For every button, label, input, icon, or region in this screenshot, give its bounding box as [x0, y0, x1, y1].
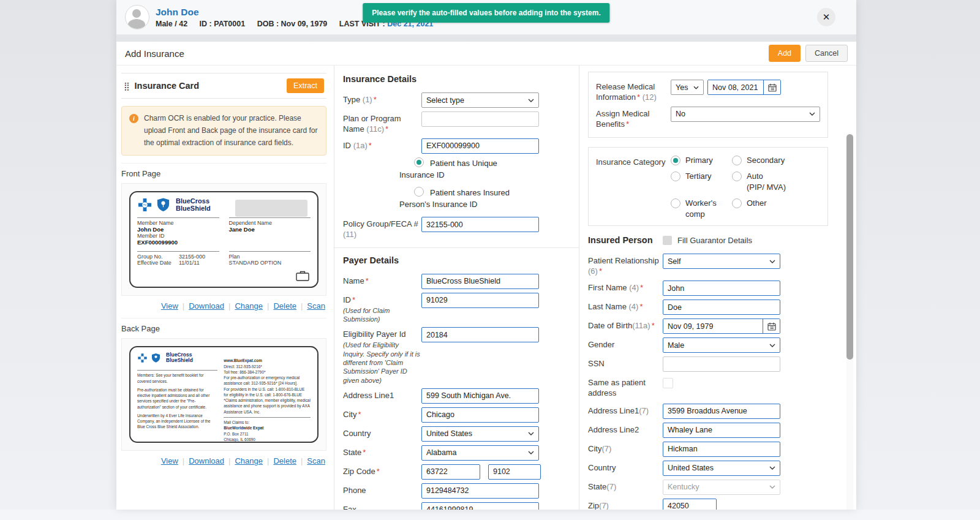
download-link[interactable]: Download	[189, 301, 224, 311]
payer-country-row: Country United States	[343, 426, 570, 442]
category-workers-comp[interactable]: Worker's comp	[671, 198, 732, 219]
insured-address2-input[interactable]	[663, 423, 780, 438]
payer-fax-row: Fax	[343, 502, 570, 510]
policy-group-input[interactable]	[421, 217, 539, 232]
relationship-row: Patient Relationship (6)* Self	[588, 254, 828, 277]
insured-zip-input[interactable]	[663, 499, 717, 510]
insured-city-row: City(7)	[588, 442, 828, 457]
cancel-button[interactable]: Cancel	[805, 45, 848, 62]
payer-name-input[interactable]	[421, 274, 539, 289]
category-primary[interactable]: Primary	[671, 155, 732, 166]
change-link[interactable]: Change	[235, 301, 263, 311]
assign-benefits-select[interactable]: No	[671, 107, 820, 122]
insured-person-panel: Release Medical Information* (12) Yes As…	[579, 66, 856, 510]
insurance-card-title: Insurance Card	[135, 81, 287, 91]
radio-icon[interactable]	[732, 171, 742, 181]
insured-country-row: Country United States	[588, 461, 828, 476]
payer-zip-row: Zip Code*	[343, 464, 570, 480]
unique-id-option[interactable]: Patient has Unique Insurance ID	[399, 157, 531, 181]
radio-icon[interactable]	[671, 171, 680, 181]
redacted-area	[235, 200, 307, 217]
member-id-value: EXF000099900	[137, 239, 219, 246]
scan-link[interactable]: Scan	[307, 301, 325, 311]
dependent-name-value: Jane Doe	[229, 226, 311, 233]
front-card-links: View| Download| Change| Delete| Scan	[123, 301, 325, 311]
category-auto[interactable]: Auto(PIP/ MVA)	[732, 171, 820, 192]
insurance-id-input[interactable]	[421, 138, 539, 154]
payer-address1-input[interactable]	[421, 388, 539, 404]
calendar-icon[interactable]	[763, 319, 780, 333]
drag-handle-icon[interactable]: ⣿	[124, 81, 130, 91]
release-date-input[interactable]	[708, 80, 763, 94]
view-link[interactable]: View	[161, 301, 178, 311]
type-row: Type (1)* Select type	[343, 92, 570, 108]
fill-guarantor-checkbox[interactable]	[663, 236, 672, 245]
fill-guarantor-label: Fill Guarantor Details	[677, 236, 752, 245]
payer-id-row: ID*(Used for Claim Submission)	[343, 293, 570, 323]
payer-zip-input[interactable]	[421, 464, 480, 480]
briefcase-icon	[296, 270, 309, 281]
extract-button[interactable]: Extract	[287, 78, 324, 93]
eligibility-payer-id-input[interactable]	[421, 327, 539, 342]
insurance-id-row: ID (1a)*	[343, 138, 570, 154]
insured-address1-input[interactable]	[663, 404, 780, 419]
back-card-left-text: Members: See your benefit booklet for co…	[137, 370, 217, 442]
shared-id-option[interactable]: Patient shares Insured Person's Insuranc…	[399, 187, 531, 211]
insurance-category-box: Insurance Category Primary Secondary Ter…	[588, 147, 828, 227]
same-address-label: Same as patient address	[588, 375, 663, 399]
payer-zip-ext-input[interactable]	[488, 464, 541, 480]
payer-country-select[interactable]: United States	[421, 426, 539, 442]
ssn-input[interactable]	[663, 356, 780, 372]
group-value: 32155-000	[179, 254, 205, 260]
effective-date-label: Effective Date	[137, 260, 175, 266]
payer-fax-input[interactable]	[421, 502, 539, 510]
insured-country-select[interactable]: United States	[663, 461, 780, 476]
group-label: Group No.	[137, 254, 175, 260]
radio-icon[interactable]	[671, 198, 680, 208]
chevron-down-icon	[693, 86, 699, 89]
bluecross-logo-icon	[137, 197, 153, 213]
back-card-links: View| Download| Change| Delete| Scan	[123, 456, 325, 465]
patient-dob: DOB : Nov 09, 1979	[257, 20, 328, 28]
delete-link[interactable]: Delete	[273, 301, 296, 311]
release-medical-select[interactable]: Yes	[671, 80, 704, 95]
scan-link[interactable]: Scan	[307, 456, 325, 465]
calendar-icon[interactable]	[763, 80, 780, 94]
view-link[interactable]: View	[161, 456, 178, 465]
delete-link[interactable]: Delete	[273, 456, 296, 465]
chevron-down-icon	[769, 466, 775, 470]
bcbs-wordmark: BlueCross BlueShield	[166, 352, 193, 363]
radio-icon[interactable]	[732, 156, 742, 165]
insured-city-input[interactable]	[663, 442, 780, 457]
radio-icon[interactable]	[732, 198, 742, 208]
payer-id-input[interactable]	[421, 293, 539, 308]
add-button[interactable]: Add	[769, 45, 801, 62]
relationship-select[interactable]: Self	[663, 254, 780, 269]
category-secondary[interactable]: Secondary	[732, 155, 820, 166]
payer-state-select[interactable]: Alabama	[421, 445, 539, 461]
category-other[interactable]: Other	[732, 198, 820, 219]
dob-input[interactable]	[663, 319, 763, 333]
last-name-input[interactable]	[663, 300, 780, 315]
type-select[interactable]: Select type	[421, 92, 539, 108]
radio-selected-icon[interactable]	[414, 157, 424, 167]
plan-name-row: Plan or Program Name (11c)*	[343, 111, 570, 135]
payer-phone-row: Phone	[343, 483, 570, 499]
payer-phone-input[interactable]	[421, 483, 539, 499]
radio-selected-icon[interactable]	[671, 156, 680, 165]
member-id-label: Member ID	[137, 233, 219, 239]
first-name-input[interactable]	[663, 281, 780, 296]
same-address-checkbox[interactable]	[663, 378, 673, 388]
back-page-label: Back Page	[121, 324, 326, 333]
payer-city-input[interactable]	[421, 407, 539, 423]
front-card-preview: BlueCross BlueShield Member Name John Do…	[121, 183, 326, 296]
gender-select[interactable]: Male	[663, 337, 780, 353]
add-insurance-modal: John Doe Male / 42 ID : PAT0001 DOB : No…	[116, 0, 856, 510]
change-link[interactable]: Change	[235, 456, 263, 465]
close-button[interactable]: ✕	[817, 8, 835, 26]
scrollbar-thumb[interactable]	[846, 134, 853, 360]
download-link[interactable]: Download	[189, 456, 224, 465]
category-tertiary[interactable]: Tertiary	[671, 171, 732, 192]
plan-name-input[interactable]	[421, 111, 539, 127]
radio-icon[interactable]	[414, 187, 424, 197]
